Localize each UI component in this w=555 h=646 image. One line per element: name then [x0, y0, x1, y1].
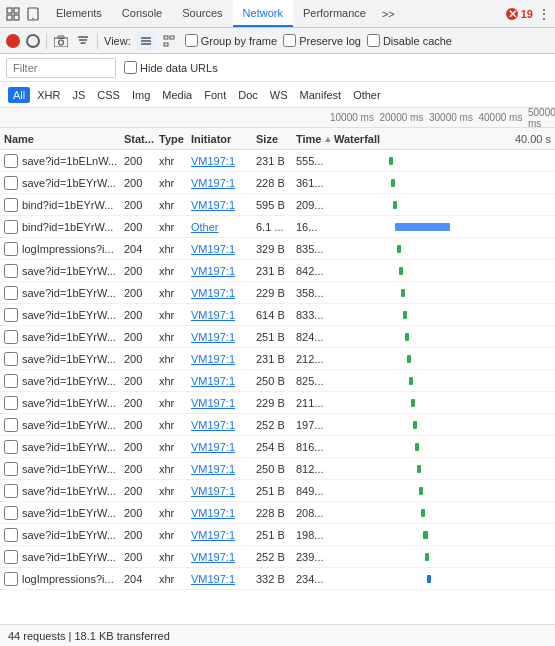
- type-filter-xhr[interactable]: XHR: [32, 87, 65, 103]
- table-row[interactable]: save?id=1bEYrW... 200 xhr VM197:1 231 B …: [0, 260, 555, 282]
- table-row[interactable]: save?id=1bEYrW... 200 xhr VM197:1 252 B …: [0, 546, 555, 568]
- row-checkbox-10[interactable]: [4, 374, 18, 388]
- device-icon[interactable]: [24, 5, 42, 23]
- col-header-size[interactable]: Size: [256, 133, 296, 145]
- cell-initiator-14[interactable]: VM197:1: [191, 463, 256, 475]
- row-checkbox-16[interactable]: [4, 506, 18, 520]
- cell-initiator-6[interactable]: VM197:1: [191, 287, 256, 299]
- cell-initiator-4[interactable]: VM197:1: [191, 243, 256, 255]
- row-checkbox-7[interactable]: [4, 308, 18, 322]
- type-filter-all[interactable]: All: [8, 87, 30, 103]
- cell-initiator-0[interactable]: VM197:1: [191, 155, 256, 167]
- row-checkbox-0[interactable]: [4, 154, 18, 168]
- row-checkbox-17[interactable]: [4, 528, 18, 542]
- type-filter-media[interactable]: Media: [157, 87, 197, 103]
- table-row[interactable]: save?id=1bEYrW... 200 xhr VM197:1 614 B …: [0, 304, 555, 326]
- cell-initiator-16[interactable]: VM197:1: [191, 507, 256, 519]
- row-checkbox-12[interactable]: [4, 418, 18, 432]
- filter-icon[interactable]: [75, 33, 91, 49]
- more-tabs-button[interactable]: >>: [376, 8, 401, 20]
- cell-initiator-17[interactable]: VM197:1: [191, 529, 256, 541]
- cell-initiator-18[interactable]: VM197:1: [191, 551, 256, 563]
- tree-view-icon[interactable]: [161, 32, 179, 50]
- row-checkbox-8[interactable]: [4, 330, 18, 344]
- col-header-status[interactable]: Stat...: [124, 133, 159, 145]
- table-row[interactable]: save?id=1bEYrW... 200 xhr VM197:1 251 B …: [0, 326, 555, 348]
- row-checkbox-11[interactable]: [4, 396, 18, 410]
- row-checkbox-19[interactable]: [4, 572, 18, 586]
- tab-sources[interactable]: Sources: [172, 0, 232, 27]
- disable-cache-toggle[interactable]: Disable cache: [367, 34, 452, 47]
- group-by-frame-toggle[interactable]: Group by frame: [185, 34, 277, 47]
- table-row[interactable]: bind?id=1bEYrW... 200 xhr Other 6.1 ... …: [0, 216, 555, 238]
- row-checkbox-1[interactable]: [4, 176, 18, 190]
- table-row[interactable]: save?id=1bELnW... 200 xhr VM197:1 231 B …: [0, 150, 555, 172]
- type-filter-doc[interactable]: Doc: [233, 87, 263, 103]
- table-row[interactable]: save?id=1bEYrW... 200 xhr VM197:1 250 B …: [0, 370, 555, 392]
- camera-icon[interactable]: [53, 33, 69, 49]
- type-filter-font[interactable]: Font: [199, 87, 231, 103]
- row-checkbox-2[interactable]: [4, 198, 18, 212]
- table-row[interactable]: save?id=1bEYrW... 200 xhr VM197:1 251 B …: [0, 524, 555, 546]
- row-checkbox-6[interactable]: [4, 286, 18, 300]
- table-row[interactable]: save?id=1bEYrW... 200 xhr VM197:1 229 B …: [0, 392, 555, 414]
- cell-initiator-1[interactable]: VM197:1: [191, 177, 256, 189]
- cell-initiator-19[interactable]: VM197:1: [191, 573, 256, 585]
- table-row[interactable]: save?id=1bEYrW... 200 xhr VM197:1 229 B …: [0, 282, 555, 304]
- row-checkbox-3[interactable]: [4, 220, 18, 234]
- tab-performance[interactable]: Performance: [293, 0, 376, 27]
- type-filter-ws[interactable]: WS: [265, 87, 293, 103]
- hide-data-urls-toggle[interactable]: Hide data URLs: [124, 61, 218, 74]
- error-badge[interactable]: ✕ 19: [505, 7, 533, 21]
- table-row[interactable]: logImpressions?i... 204 xhr VM197:1 332 …: [0, 568, 555, 590]
- table-row[interactable]: save?id=1bEYrW... 200 xhr VM197:1 228 B …: [0, 502, 555, 524]
- col-header-initiator[interactable]: Initiator: [191, 133, 256, 145]
- table-row[interactable]: save?id=1bEYrW... 200 xhr VM197:1 231 B …: [0, 348, 555, 370]
- cell-initiator-10[interactable]: VM197:1: [191, 375, 256, 387]
- type-filter-manifest[interactable]: Manifest: [295, 87, 347, 103]
- type-filter-img[interactable]: Img: [127, 87, 155, 103]
- cell-initiator-5[interactable]: VM197:1: [191, 265, 256, 277]
- cell-initiator-9[interactable]: VM197:1: [191, 353, 256, 365]
- col-header-type[interactable]: Type: [159, 133, 191, 145]
- tab-network[interactable]: Network: [233, 0, 293, 27]
- cell-initiator-15[interactable]: VM197:1: [191, 485, 256, 497]
- row-checkbox-5[interactable]: [4, 264, 18, 278]
- tab-console[interactable]: Console: [112, 0, 172, 27]
- record-button[interactable]: [6, 34, 20, 48]
- table-row[interactable]: save?id=1bEYrW... 200 xhr VM197:1 251 B …: [0, 480, 555, 502]
- table-row[interactable]: logImpressions?i... 204 xhr VM197:1 329 …: [0, 238, 555, 260]
- col-header-name[interactable]: Name: [4, 133, 124, 145]
- type-filter-js[interactable]: JS: [67, 87, 90, 103]
- table-row[interactable]: save?id=1bEYrW... 200 xhr VM197:1 254 B …: [0, 436, 555, 458]
- cell-initiator-8[interactable]: VM197:1: [191, 331, 256, 343]
- row-checkbox-9[interactable]: [4, 352, 18, 366]
- table-row[interactable]: save?id=1bEYrW... 200 xhr VM197:1 228 B …: [0, 172, 555, 194]
- filter-input[interactable]: [6, 58, 116, 78]
- list-view-icon[interactable]: [137, 32, 155, 50]
- cell-initiator-2[interactable]: VM197:1: [191, 199, 256, 211]
- cell-initiator-12[interactable]: VM197:1: [191, 419, 256, 431]
- tab-elements[interactable]: Elements: [46, 0, 112, 27]
- preserve-log-toggle[interactable]: Preserve log: [283, 34, 361, 47]
- cell-initiator-3[interactable]: Other: [191, 221, 256, 233]
- table-row[interactable]: save?id=1bEYrW... 200 xhr VM197:1 252 B …: [0, 414, 555, 436]
- col-header-time[interactable]: Time ▲: [296, 133, 334, 145]
- devtools-menu-icon[interactable]: ⋮: [537, 6, 551, 22]
- type-filter-css[interactable]: CSS: [92, 87, 125, 103]
- cell-initiator-7[interactable]: VM197:1: [191, 309, 256, 321]
- cell-initiator-13[interactable]: VM197:1: [191, 441, 256, 453]
- table-row[interactable]: save?id=1bEYrW... 200 xhr VM197:1 250 B …: [0, 458, 555, 480]
- clear-button[interactable]: [26, 34, 40, 48]
- col-header-waterfall[interactable]: Waterfall 40.00 s: [334, 133, 551, 145]
- row-checkbox-4[interactable]: [4, 242, 18, 256]
- inspect-icon[interactable]: [4, 5, 22, 23]
- table-row[interactable]: bind?id=1bEYrW... 200 xhr VM197:1 595 B …: [0, 194, 555, 216]
- type-filter-other[interactable]: Other: [348, 87, 386, 103]
- row-checkbox-18[interactable]: [4, 550, 18, 564]
- cell-initiator-11[interactable]: VM197:1: [191, 397, 256, 409]
- row-checkbox-15[interactable]: [4, 484, 18, 498]
- row-checkbox-13[interactable]: [4, 440, 18, 454]
- row-checkbox-14[interactable]: [4, 462, 18, 476]
- cell-waterfall-0: [334, 150, 551, 171]
